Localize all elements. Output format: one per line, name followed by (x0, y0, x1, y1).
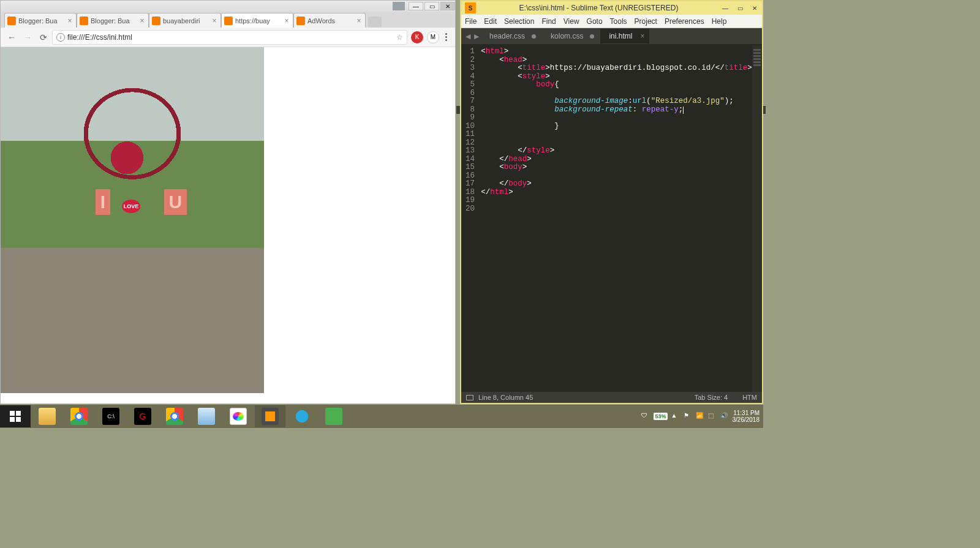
svg-rect-3 (16, 417, 21, 422)
tab-blogger-2[interactable]: Blogger: Bua × (77, 13, 149, 28)
menu-preferences[interactable]: Preferences (665, 17, 704, 26)
page-favicon (224, 17, 233, 25)
chrome-icon (70, 408, 88, 425)
folder-icon (39, 408, 56, 425)
tab-close-icon[interactable]: × (66, 17, 74, 25)
sublime-title: E:\css\ini.html - Sublime Text (UNREGIST… (480, 4, 718, 12)
taskbar-cmd[interactable]: C:\ (96, 405, 126, 427)
tab-buayaberdiri[interactable]: buayaberdiri × (149, 13, 221, 28)
window-close-button[interactable]: ✕ (440, 2, 455, 10)
tab-header-css[interactable]: header.css (481, 29, 542, 43)
bookmark-star-icon[interactable]: ☆ (396, 33, 403, 42)
extension-k-icon[interactable]: K (411, 31, 423, 43)
taskbar-sublime[interactable] (255, 405, 285, 427)
status-language[interactable]: HTM (742, 394, 757, 401)
tab-label: https://buay (235, 17, 283, 24)
taskbar-file-explorer[interactable] (32, 405, 62, 427)
chrome-menu-button[interactable] (440, 33, 451, 41)
editor-area[interactable]: 1234567891011121314151617181920 <html> <… (461, 45, 762, 392)
taskbar-paint[interactable] (223, 405, 254, 427)
chrome-window: — ▭ ✕ Blogger: Bua × Blogger: Bua × buay… (0, 0, 456, 404)
site-info-icon[interactable]: i (56, 33, 65, 42)
new-tab-button[interactable] (368, 17, 382, 28)
tab-label: header.css (489, 32, 525, 40)
tray-flag-icon[interactable]: ⚑ (684, 412, 692, 421)
taskbar-green-app[interactable] (318, 405, 349, 427)
tab-history-back-icon[interactable]: ◀ (464, 32, 472, 40)
tab-label: Blogger: Bua (91, 17, 138, 24)
tab-close-icon[interactable]: × (355, 17, 363, 25)
url-text: file:///E://css/ini.html (67, 33, 132, 42)
blogger-favicon (7, 17, 16, 25)
menu-project[interactable]: Project (635, 17, 657, 26)
tab-close-icon[interactable]: × (640, 32, 644, 40)
taskbar-gaming-app[interactable]: G (127, 405, 158, 427)
status-tab-size[interactable]: Tab Size: 4 (695, 394, 728, 401)
forward-button[interactable]: → (20, 30, 35, 45)
chrome-titlebar[interactable]: — ▭ ✕ (1, 1, 455, 12)
minimap[interactable] (752, 45, 762, 392)
start-button[interactable] (0, 405, 31, 427)
tab-ini-html[interactable]: ini.html × (600, 29, 649, 43)
tray-shield-icon[interactable]: 🛡 (641, 412, 650, 421)
back-button[interactable]: ← (4, 30, 19, 45)
taskbar-notepad[interactable] (191, 405, 222, 427)
status-panel-icon[interactable] (466, 395, 473, 400)
tray-up-icon[interactable]: ▲ (671, 412, 680, 421)
taskbar-chrome-1[interactable] (64, 405, 94, 427)
tab-close-icon[interactable]: × (211, 17, 218, 25)
status-cursor-position: Line 8, Column 45 (478, 394, 533, 401)
tray-volume-icon[interactable]: 🔊 (720, 412, 729, 421)
window-close-button[interactable]: ✕ (747, 3, 762, 13)
battery-indicator[interactable]: 53% (654, 413, 667, 420)
page-viewport: I LOVE U (1, 47, 455, 403)
background-photo: I LOVE U (1, 47, 264, 393)
reload-button[interactable]: ⟳ (36, 30, 51, 45)
windows-logo-icon (10, 411, 21, 422)
window-maximize-button[interactable]: ▭ (424, 2, 439, 10)
chrome-user-icon[interactable] (393, 2, 405, 10)
window-minimize-button[interactable]: — (718, 3, 733, 13)
menu-view[interactable]: View (564, 17, 579, 26)
chrome-toolbar: ← → ⟳ i file:///E://css/ini.html ☆ K M (1, 28, 455, 47)
taskbar-chrome-2[interactable] (159, 405, 190, 427)
tab-close-icon[interactable]: × (283, 17, 290, 25)
svg-rect-0 (10, 411, 15, 416)
blogger-favicon (80, 17, 88, 25)
tab-kolom-css[interactable]: kolom.css (542, 29, 600, 43)
menu-find[interactable]: Find (541, 17, 556, 26)
sublime-menubar: File Edit Selection Find View Goto Tools… (461, 15, 762, 28)
menu-goto[interactable]: Goto (587, 17, 603, 26)
tab-blogger-1[interactable]: Blogger: Bua × (4, 13, 77, 28)
menu-selection[interactable]: Selection (504, 17, 534, 26)
tab-label: kolom.css (551, 32, 583, 40)
address-bar[interactable]: i file:///E://css/ini.html ☆ (52, 30, 407, 45)
menu-edit[interactable]: Edit (484, 17, 497, 26)
menu-help[interactable]: Help (712, 17, 727, 26)
tray-device-icon[interactable]: ⬚ (708, 412, 717, 421)
sublime-titlebar[interactable]: S E:\css\ini.html - Sublime Text (UNREGI… (461, 1, 762, 15)
tray-clock[interactable]: 11:31 PM 3/26/2018 (733, 410, 760, 423)
paint-icon (230, 408, 247, 425)
window-minimize-button[interactable]: — (409, 2, 423, 10)
photo-letter-i: I (96, 189, 110, 215)
svg-rect-2 (10, 417, 15, 422)
taskbar-ie[interactable] (287, 405, 317, 427)
sublime-logo-icon: S (465, 2, 476, 13)
tab-close-icon[interactable]: × (138, 17, 146, 25)
tray-network-icon[interactable]: 📶 (696, 412, 704, 421)
green-app-icon (325, 408, 342, 425)
sublime-window: S E:\css\ini.html - Sublime Text (UNREGI… (460, 0, 763, 404)
tab-adwords[interactable]: AdWords × (293, 13, 366, 28)
menu-file[interactable]: File (465, 17, 477, 26)
tab-ini-html[interactable]: https://buay × (221, 13, 293, 28)
windows-taskbar: C:\ G 🛡 53% ▲ ⚑ 📶 ⬚ 🔊 11:31 PM 3/26/2018 (0, 405, 763, 428)
menu-tools[interactable]: Tools (610, 17, 627, 26)
tab-label: ini.html (609, 32, 632, 40)
window-maximize-button[interactable]: ▭ (733, 3, 747, 13)
tab-label: buayaberdiri (163, 17, 211, 24)
code-text[interactable]: <html> <head> <title>https://buayaberdir… (481, 45, 752, 392)
extension-gmail-icon[interactable]: M (427, 31, 439, 43)
tab-history-fwd-icon[interactable]: ▶ (472, 32, 481, 40)
dirty-indicator-icon (590, 34, 594, 39)
